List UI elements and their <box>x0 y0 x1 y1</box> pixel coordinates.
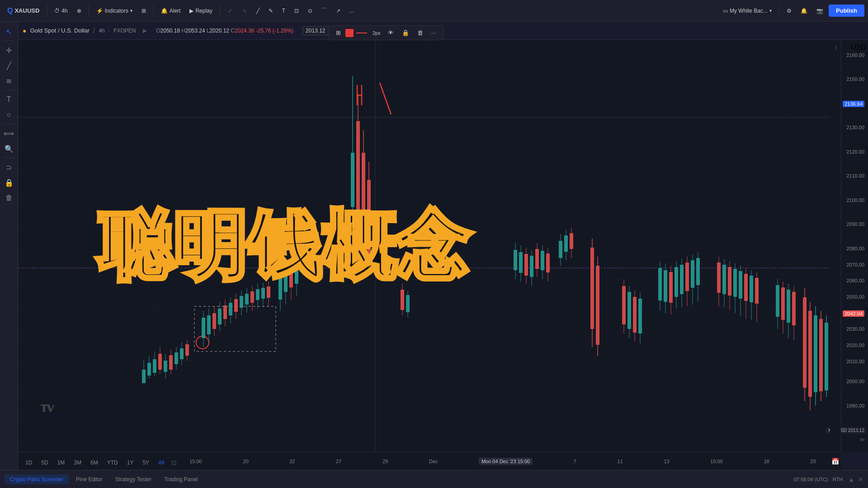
svg-rect-104 <box>564 235 568 252</box>
svg-rect-78 <box>356 121 360 221</box>
tf-1y[interactable]: 1Y <box>123 459 137 467</box>
trash-sidebar-btn[interactable]: 🗑 <box>2 191 16 205</box>
tf-5y[interactable]: 5Y <box>139 459 153 467</box>
time-27: 27 <box>336 459 341 464</box>
tab-pine-editor[interactable]: Pine Editor <box>71 474 108 484</box>
svg-rect-58 <box>245 294 249 305</box>
bottom-close-btn[interactable]: ✕ <box>858 476 863 483</box>
tab-trading-panel[interactable]: Trading Panel <box>159 474 203 484</box>
svg-rect-70 <box>284 269 288 292</box>
svg-rect-130 <box>685 263 689 291</box>
indicators-button[interactable]: ⚡ Indicators ▾ <box>93 6 136 16</box>
draw-visibility-btn[interactable]: 👁 <box>384 28 397 38</box>
axis-expand-btn[interactable]: ≫ <box>859 436 865 443</box>
symbol-full-name[interactable]: Gold Spot / U.S. Dollar <box>30 27 90 34</box>
tf-expand-icon[interactable]: ⊡ <box>171 459 177 466</box>
svg-rect-50 <box>223 305 227 319</box>
draw-lock-btn[interactable]: 🔒 <box>398 28 413 38</box>
measure-sidebar-btn[interactable]: ⟺ <box>2 126 16 141</box>
svg-rect-94 <box>530 256 533 277</box>
measure-tool[interactable]: ⊡ <box>291 6 302 16</box>
camera-button[interactable]: 📷 <box>813 6 827 16</box>
tf-5d[interactable]: 5D <box>38 459 52 467</box>
svg-rect-160 <box>803 297 807 388</box>
tf-1d[interactable]: 1D <box>22 459 36 467</box>
svg-rect-38 <box>180 348 184 359</box>
time-13-2: 13 <box>664 459 669 464</box>
time-dec4-tooltip: Mon 04 Dec '23 15:00 <box>479 458 533 465</box>
tf-1m[interactable]: 1M <box>54 459 69 467</box>
ohlc-label: O2050.18 H2053.24 L2020.12 C2024.36 -25.… <box>156 28 293 34</box>
logo-button[interactable]: Q XAUUSD <box>4 7 43 15</box>
alert-button[interactable]: 🔔 Alert <box>157 6 184 16</box>
cursor-tool[interactable]: ⟋ <box>224 6 236 16</box>
expand-icon[interactable]: ▶ <box>143 28 147 34</box>
more-tools-button[interactable]: ... <box>346 6 358 16</box>
draw-width-label[interactable]: 2px <box>370 30 383 36</box>
shapes-sidebar-btn[interactable]: ○ <box>2 108 16 122</box>
price-2080: 2080.00 <box>846 246 864 251</box>
open-value: 2050.18 <box>160 28 180 34</box>
cursor-sidebar-btn[interactable]: ↖ <box>2 24 16 39</box>
candle-chart <box>18 40 841 452</box>
time-dec: Dec <box>429 459 438 464</box>
timeframe-button[interactable]: ⏱ 4h <box>51 6 71 16</box>
publish-button[interactable]: Publish <box>829 5 864 17</box>
tf-all[interactable]: All <box>155 459 168 467</box>
tab-strategy-tester[interactable]: Strategy Tester <box>110 474 157 484</box>
line-tool[interactable]: ⟍ <box>238 6 251 16</box>
notifications-button[interactable]: 🔔 <box>797 6 811 16</box>
svg-rect-84 <box>401 290 404 310</box>
line-sidebar-btn[interactable]: ╱ <box>2 58 16 73</box>
fib-tool[interactable]: ╱ <box>253 6 263 16</box>
tf-3m[interactable]: 3M <box>70 459 85 467</box>
text-tool[interactable]: T <box>278 6 289 16</box>
svg-rect-120 <box>658 268 662 300</box>
text-sidebar-btn[interactable]: T <box>2 92 16 107</box>
right-sidebar-expand[interactable]: ⟩ <box>835 44 837 51</box>
top-toolbar: Q XAUUSD ⏱ 4h ⊕ ⚡ Indicators ▾ ⊞ 🔔 Alert… <box>0 0 868 22</box>
brush-tool[interactable]: ⌒ <box>318 5 330 16</box>
low-value: 2020.12 <box>210 28 229 34</box>
draw-more-btn[interactable]: ··· <box>428 28 440 38</box>
svg-rect-72 <box>289 266 293 287</box>
time-7: 7 <box>574 459 576 464</box>
symbol-label[interactable]: XAUUSD <box>14 7 39 14</box>
price-highlight-red: 2042.04 <box>843 310 864 317</box>
templates-icon: ⊞ <box>142 8 146 14</box>
magnet-sidebar-btn[interactable]: ⊃ <box>2 160 16 174</box>
fib-sidebar-btn[interactable]: ≋ <box>2 74 16 88</box>
compare-button[interactable]: ⊕ <box>73 6 85 16</box>
bottom-collapse-btn[interactable]: ▲ <box>848 476 854 483</box>
settings-button[interactable]: ⚙ <box>783 6 795 16</box>
tab-crypto-screener[interactable]: Crypto Pairs Screener <box>5 474 69 484</box>
draw-tool[interactable]: ✎ <box>265 6 277 16</box>
tf-ytd[interactable]: YTD <box>104 459 122 467</box>
templates-button[interactable]: ⊞ <box>138 6 150 16</box>
draw-snap-btn[interactable]: ⊞ <box>332 28 344 38</box>
tf-6m[interactable]: 6M <box>87 459 102 467</box>
zoom-sidebar-btn[interactable]: 🔍 <box>2 141 16 156</box>
bell-icon: 🔔 <box>801 8 807 14</box>
svg-rect-154 <box>781 287 785 320</box>
price-axis: USD 2160.00 2150.00 2136.64 2130.00 2120… <box>841 40 868 452</box>
sep5 <box>779 5 779 17</box>
trendline-icon: ╱ <box>7 61 11 70</box>
draw-delete-btn[interactable]: 🗑 <box>414 28 427 38</box>
price-1990: 1990.00 <box>846 403 864 408</box>
workspace-button[interactable]: ▭ My White Bac... ▾ <box>719 6 775 16</box>
arrow-tool[interactable]: ↗ <box>332 6 344 16</box>
price-2070: 2070.00 <box>846 262 864 267</box>
lock-sidebar-btn[interactable]: 🔒 <box>2 175 16 190</box>
sep4 <box>220 5 220 17</box>
svg-rect-168 <box>825 323 828 390</box>
svg-rect-98 <box>541 251 544 270</box>
svg-rect-74 <box>295 263 298 284</box>
crosshair-sidebar-btn[interactable]: ✛ <box>2 43 16 57</box>
calendar-icon[interactable]: 📅 <box>831 458 839 465</box>
zoom-tool[interactable]: ⊙ <box>304 6 316 16</box>
svg-rect-138 <box>722 265 726 294</box>
draw-color-picker[interactable] <box>345 29 354 37</box>
chart-area[interactable]: 聪明钱概念 𝕋𝕍 <box>18 40 841 452</box>
replay-button[interactable]: ▶ Replay <box>186 6 216 16</box>
